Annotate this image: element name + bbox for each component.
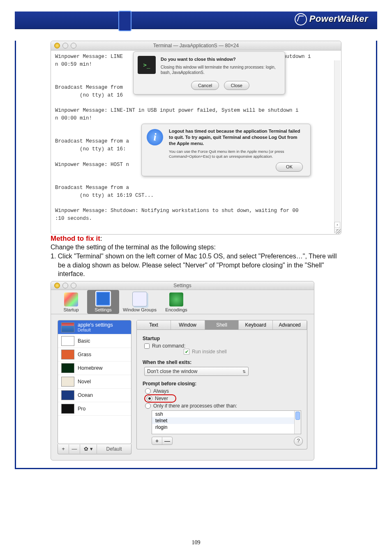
window-controls[interactable] (54, 43, 76, 48)
logout-dialog-body: You can use the Force Quit menu item in … (169, 149, 304, 159)
close-dialog-title: Do you want to close this window? (161, 56, 280, 63)
startup-icon (64, 292, 78, 306)
page-content: Terminal — JavaApplicationS — 80×24 ▴ ▾ … (15, 41, 377, 469)
profile-label: apple's settingsDefault (78, 322, 113, 332)
processes-scrollbar[interactable] (294, 411, 301, 434)
settings-window: Settings Startup Settings Window Groups … (51, 281, 314, 461)
terminal-line (55, 99, 337, 107)
add-profile-button[interactable]: + (58, 444, 69, 454)
process-row[interactable]: ssh (152, 411, 301, 417)
remove-process-button[interactable]: — (162, 437, 172, 444)
profile-item[interactable]: Grass (58, 348, 131, 362)
logout-dialog-title: Logout has timed out because the applica… (169, 128, 304, 147)
profile-item[interactable]: apple's settingsDefault (58, 320, 131, 334)
resize-handle-icon[interactable] (336, 229, 341, 234)
terminal-line (55, 223, 337, 230)
terminal-app-icon: >_ (138, 56, 156, 74)
settings-tabs: Text Window Shell Keyboard Advanced (136, 320, 307, 330)
terminal-line: Winpower Message: Shutdown: Notifying wo… (55, 207, 337, 215)
ok-button[interactable]: OK (276, 162, 303, 172)
help-button[interactable]: ? (294, 437, 303, 446)
profile-thumbnail-icon (61, 336, 74, 346)
prompt-onlyif-radio[interactable]: Only if there are processes other than: (145, 403, 301, 409)
add-process-button[interactable]: + (152, 437, 162, 444)
run-command-checkbox[interactable]: Run command: (144, 343, 301, 349)
cancel-button[interactable]: Cancel (191, 81, 219, 90)
header-splice (118, 11, 131, 31)
remove-profile-button[interactable]: — (69, 444, 80, 454)
prompt-never-radio[interactable]: Never (145, 395, 175, 402)
minimize-dot-icon[interactable] (62, 43, 68, 48)
profile-item[interactable]: Novel (58, 375, 131, 389)
profiles-action-bar: + — ✿ ▾ Default (58, 444, 131, 454)
profile-item[interactable]: Basic (58, 334, 131, 348)
logout-timeout-dialog: i Logout has timed out because the appli… (141, 124, 311, 176)
terminal-line: Broadcast Message from a (55, 184, 337, 192)
close-dialog-body: Closing this window will terminate the r… (161, 64, 280, 75)
settings-titlebar[interactable]: Settings (51, 281, 314, 290)
fix-intro: Change the setting of the terminal as th… (51, 244, 341, 251)
process-row[interactable]: telnet (152, 417, 301, 424)
profile-thumbnail-icon (61, 404, 74, 414)
terminal-window: Terminal — JavaApplicationS — 80×24 ▴ ▾ … (51, 41, 341, 235)
tab-window[interactable]: Window (171, 320, 205, 329)
terminal-title: Terminal — JavaApplicationS — 80×24 (153, 43, 239, 48)
scroll-up-icon[interactable]: ▴ (334, 222, 340, 228)
profile-thumbnail-icon (61, 363, 74, 373)
terminal-line (55, 176, 337, 184)
profile-default-label: Default (97, 446, 131, 452)
window-groups-icon (132, 292, 147, 306)
info-icon: i (147, 129, 163, 145)
profile-label: Basic (78, 338, 90, 344)
fix-step-1: 1. Click "Terminal" shown on the left co… (58, 252, 341, 279)
profiles-list[interactable]: apple's settingsDefaultBasicGrassHomebre… (58, 320, 131, 444)
profile-thumbnail-icon (61, 377, 74, 387)
profile-label: Pro (78, 406, 85, 412)
toolbar-settings[interactable]: Settings (87, 290, 119, 314)
tab-advanced[interactable]: Advanced (273, 320, 307, 329)
terminal-line: Winpower Message: LINE-INT in USB input … (55, 107, 337, 115)
profile-label: Homebrew (78, 365, 102, 371)
terminal-line (55, 199, 337, 207)
tab-keyboard[interactable]: Keyboard (239, 320, 273, 329)
terminal-titlebar[interactable]: Terminal — JavaApplicationS — 80×24 (51, 41, 341, 51)
minimize-dot-icon[interactable] (62, 283, 68, 288)
terminal-body[interactable]: ▴ ▾ >_ Do you want to close this window?… (51, 51, 341, 234)
close-dot-icon[interactable] (54, 283, 60, 288)
profile-label: Ocean (78, 392, 93, 398)
profile-gear-menu[interactable]: ✿ ▾ (80, 444, 97, 454)
profile-thumbnail-icon (61, 350, 74, 359)
close-button[interactable]: Close (224, 81, 249, 90)
process-row[interactable]: rlogin (152, 424, 301, 431)
prompt-before-closing-label: Prompt before closing: (143, 381, 301, 387)
header-bar: PowerWalker (15, 12, 377, 29)
tab-text[interactable]: Text (137, 320, 171, 329)
close-window-dialog: >_ Do you want to close this window? Clo… (133, 51, 285, 94)
when-exits-label: When the shell exits: (143, 359, 301, 365)
chevron-updown-icon: ⇅ (242, 369, 246, 374)
tab-shell[interactable]: Shell (205, 320, 239, 329)
profile-label: Grass (78, 352, 91, 357)
shell-exit-select[interactable]: Don't close the window⇅ (144, 367, 249, 376)
toolbar-window-groups[interactable]: Window Groups (119, 291, 160, 314)
terminal-scrollbar[interactable]: ▴ ▾ (334, 60, 340, 233)
close-dot-icon[interactable] (54, 43, 60, 48)
scrollbar-thumb[interactable] (295, 412, 300, 420)
profile-item[interactable]: Pro (58, 402, 131, 416)
window-controls[interactable] (54, 283, 76, 288)
toolbar-encodings[interactable]: Encodings (160, 292, 192, 314)
prompt-always-radio[interactable]: Always (145, 388, 301, 394)
page-number: 109 (0, 539, 392, 546)
toolbar-startup[interactable]: Startup (55, 292, 87, 314)
processes-list[interactable]: sshtelnetrlogin (152, 410, 301, 434)
run-inside-shell-checkbox: ✔Run inside shell (184, 349, 301, 355)
profile-item[interactable]: Ocean (58, 389, 131, 402)
profile-item[interactable]: Homebrew (58, 362, 131, 375)
checked-icon: ✔ (184, 349, 189, 355)
profiles-column: apple's settingsDefaultBasicGrassHomebre… (58, 320, 131, 454)
encodings-icon (169, 292, 183, 306)
profile-label: Novel (78, 379, 91, 385)
zoom-dot-icon[interactable] (71, 283, 76, 288)
terminal-line: n 00:00 min! (55, 115, 337, 122)
zoom-dot-icon[interactable] (71, 43, 76, 48)
